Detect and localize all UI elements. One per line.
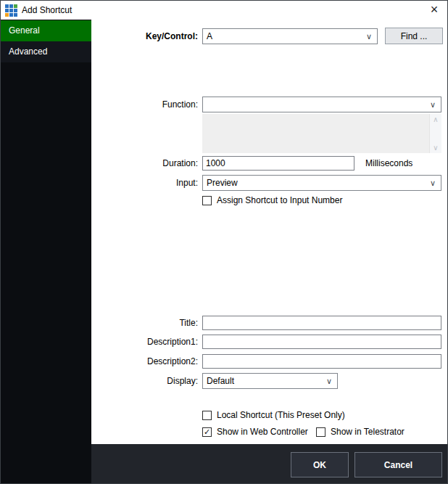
scroll-up-icon[interactable]: ∧ — [430, 115, 441, 123]
input-value: Preview — [207, 178, 238, 188]
key-control-combobox[interactable]: A ∨ — [202, 28, 378, 44]
find-button[interactable]: Find ... — [385, 28, 443, 44]
close-icon: × — [431, 2, 439, 17]
app-icon-square — [5, 4, 9, 8]
input-combobox[interactable]: Preview ∨ — [202, 175, 441, 191]
app-icon-square — [5, 9, 9, 12]
duration-label: Duration: — [94, 156, 198, 171]
checkbox-box: ✓ — [202, 427, 212, 437]
display-combobox[interactable]: Default ∨ — [202, 373, 338, 389]
show-telestrator-checkbox[interactable]: Show in Telestrator — [316, 426, 405, 438]
description2-input[interactable] — [202, 354, 441, 369]
add-shortcut-dialog: Add Shortcut × General Advanced Key/Cont… — [0, 0, 448, 484]
checkbox-label: Show in Web Controller — [217, 427, 308, 437]
titlebar: Add Shortcut × — [1, 1, 447, 20]
key-control-value: A — [207, 31, 212, 41]
app-icon-square — [9, 4, 13, 8]
title-label: Title: — [94, 316, 198, 330]
function-label: Function: — [94, 97, 198, 112]
function-description-panel[interactable]: ∧ ∨ — [202, 114, 441, 153]
show-web-controller-checkbox[interactable]: ✓ Show in Web Controller — [202, 426, 308, 438]
app-icon-square — [5, 13, 9, 17]
description1-label: Description1: — [94, 335, 198, 349]
duration-input[interactable] — [202, 156, 354, 171]
assign-input-number-checkbox[interactable]: Assign Shortcut to Input Number — [202, 194, 342, 206]
scroll-down-icon[interactable]: ∨ — [430, 144, 441, 152]
display-label: Display: — [94, 373, 198, 389]
app-icon-square — [14, 13, 17, 17]
chevron-down-icon: ∨ — [326, 374, 332, 388]
panel-scrollbar[interactable]: ∧ ∨ — [429, 114, 441, 153]
chevron-down-icon: ∨ — [430, 176, 436, 190]
window-title: Add Shortcut — [22, 1, 72, 20]
close-button[interactable]: × — [423, 1, 446, 20]
milliseconds-label: Milliseconds — [365, 156, 412, 171]
checkbox-box — [316, 427, 325, 437]
description2-label: Description2: — [94, 354, 198, 369]
checkbox-box — [202, 411, 212, 420]
local-shortcut-checkbox[interactable]: Local Shortcut (This Preset Only) — [202, 409, 345, 421]
checkbox-label: Local Shortcut (This Preset Only) — [217, 410, 345, 420]
app-icon-square — [9, 13, 13, 17]
sidebar-item-general[interactable]: General — [1, 20, 91, 41]
ok-button[interactable]: OK — [291, 452, 349, 477]
app-icon-square — [9, 9, 13, 12]
dialog-footer: OK Cancel — [91, 444, 447, 483]
chevron-down-icon: ∨ — [366, 29, 372, 44]
app-icon-square — [14, 4, 17, 8]
display-value: Default — [207, 376, 234, 386]
chevron-down-icon: ∨ — [430, 97, 436, 112]
app-icon — [5, 4, 17, 17]
cancel-button[interactable]: Cancel — [354, 452, 442, 477]
sidebar: General Advanced — [1, 20, 91, 483]
input-label: Input: — [94, 175, 198, 191]
key-control-label: Key/Control: — [94, 28, 198, 44]
sidebar-item-advanced[interactable]: Advanced — [1, 41, 91, 62]
checkmark-icon: ✓ — [204, 428, 210, 436]
description1-input[interactable] — [202, 335, 441, 349]
app-icon-square — [14, 9, 17, 12]
checkbox-box — [202, 196, 212, 205]
checkbox-label: Show in Telestrator — [331, 427, 405, 437]
function-combobox[interactable]: ∨ — [202, 97, 441, 112]
title-input[interactable] — [202, 316, 441, 330]
checkbox-label: Assign Shortcut to Input Number — [217, 195, 342, 205]
